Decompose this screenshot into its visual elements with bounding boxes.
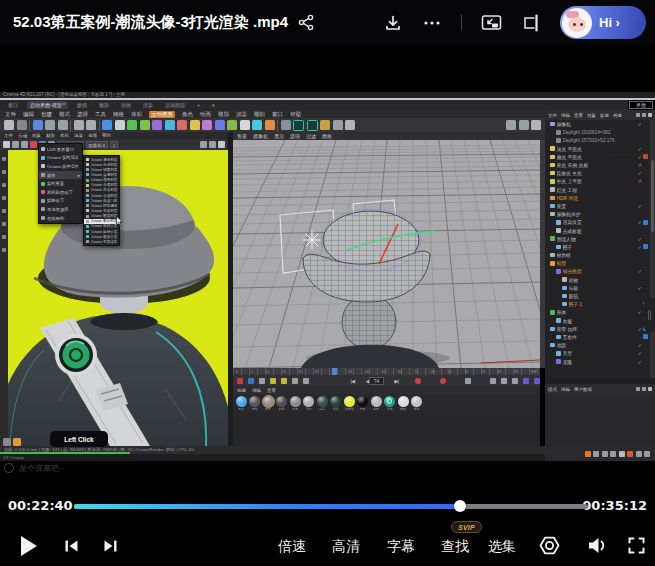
render-tool-icon[interactable] <box>209 141 216 148</box>
octane-menu-item[interactable]: 在线帮助 <box>39 214 82 223</box>
object-tag[interactable] <box>643 203 648 208</box>
om-icon[interactable] <box>648 113 652 117</box>
om-icon[interactable] <box>642 113 646 117</box>
object-row[interactable]: 模型 <box>545 259 650 267</box>
tool-icon[interactable] <box>293 120 304 131</box>
download-icon[interactable] <box>383 13 403 33</box>
object-tag[interactable] <box>643 187 648 192</box>
transport-glyph[interactable]: ▶| <box>394 378 398 384</box>
object-row[interactable]: 天空 ✓ <box>545 349 650 357</box>
object-tag[interactable] <box>643 269 648 274</box>
tool-icon[interactable] <box>99 120 100 131</box>
tool-icon[interactable] <box>115 120 125 130</box>
menu-item[interactable]: 编辑 <box>23 111 34 118</box>
object-tag[interactable] <box>643 220 648 225</box>
render-tool-icon[interactable] <box>12 141 19 148</box>
object-tag[interactable] <box>643 138 648 143</box>
strip-icon[interactable] <box>2 183 6 187</box>
object-tag[interactable] <box>643 261 648 266</box>
transport-icon[interactable] <box>328 378 334 384</box>
tool-icon[interactable] <box>86 120 96 130</box>
menu-item[interactable]: 角色 <box>182 111 193 118</box>
side-tab-handle[interactable] <box>643 298 655 332</box>
material-swatch[interactable]: 灰色 <box>289 396 301 413</box>
tool-icon[interactable] <box>345 120 355 130</box>
layout-tab[interactable]: 窗口 <box>5 101 21 109</box>
more-options-icon[interactable] <box>422 13 442 33</box>
object-row[interactable]: Daylight 1930624×982 <box>545 128 650 136</box>
tool-icon[interactable] <box>70 120 71 131</box>
octane-menu-item[interactable]: LDR 查看窗口 <box>39 145 82 154</box>
quality-button[interactable]: 高清 <box>332 538 360 556</box>
visibility-toggle[interactable]: ✓ <box>638 285 642 291</box>
transport-icon[interactable] <box>248 378 254 384</box>
visibility-toggle[interactable]: ✓ <box>638 203 642 209</box>
tool-icon[interactable] <box>227 120 237 130</box>
viewport-menu-item[interactable]: 查看 <box>237 133 247 139</box>
material-swatch[interactable]: 浅灰 <box>303 396 315 413</box>
seek-handle[interactable] <box>454 500 466 512</box>
transport-icon[interactable] <box>465 378 471 384</box>
tool-icon[interactable] <box>4 120 14 130</box>
material-swatch[interactable]: 衣服 <box>276 396 288 413</box>
om-menu-item[interactable]: 编辑 <box>561 113 570 118</box>
am-menu-item[interactable]: 编辑 <box>561 387 570 392</box>
visibility-toggle[interactable]: ✓ <box>638 268 642 274</box>
fullscreen-icon[interactable] <box>627 536 646 555</box>
layout-tab[interactable]: + <box>194 101 203 109</box>
tool-icon[interactable] <box>33 120 43 130</box>
layout-tab[interactable]: 建模 <box>74 101 90 109</box>
visibility-toggle[interactable]: ✓ <box>638 244 642 250</box>
om-menu-item[interactable]: 标签 <box>600 113 609 118</box>
previous-episode-button[interactable] <box>63 538 80 554</box>
visibility-toggle[interactable]: ✓ <box>638 342 642 348</box>
transport-icon[interactable] <box>440 378 446 384</box>
am-icon[interactable] <box>648 387 652 391</box>
viewport-menu-item[interactable]: 选项 <box>290 133 300 139</box>
object-tag[interactable] <box>643 334 648 339</box>
object-row[interactable]: 摄像机 ✓ <box>545 120 650 128</box>
menu-item[interactable]: 选择 <box>77 111 88 118</box>
object-row[interactable]: 渲染设置 ✓ <box>545 218 650 226</box>
render-view-menu-item[interactable]: 云端 <box>18 133 27 138</box>
object-row[interactable]: 背带 扣环 ✓ <box>545 325 650 333</box>
tool-icon[interactable] <box>202 120 212 130</box>
tool-icon[interactable] <box>506 120 516 130</box>
tool-icon[interactable] <box>333 120 343 130</box>
visibility-toggle[interactable]: ✓ <box>638 359 642 365</box>
coordinate-icon[interactable] <box>619 451 625 457</box>
octane-menu-item[interactable]: 烘焙设置 <box>39 197 82 206</box>
tool-icon[interactable] <box>190 120 200 130</box>
tool-icon[interactable] <box>307 120 318 131</box>
next-episode-button[interactable] <box>102 538 119 554</box>
render-tool-icon[interactable] <box>3 141 10 148</box>
object-row[interactable]: 地面 ✓ <box>545 341 650 349</box>
tool-icon[interactable] <box>240 120 250 130</box>
object-row[interactable]: 克隆 ✓ <box>545 357 650 365</box>
am-menu-item[interactable]: 模式 <box>548 387 557 392</box>
transport-icon[interactable] <box>281 378 287 384</box>
account-pill[interactable]: Hi › <box>560 6 646 39</box>
material-swatch[interactable]: 地面 <box>397 396 409 413</box>
material-swatch[interactable]: 天空 <box>235 396 247 413</box>
material-swatch[interactable]: 墨绿 <box>316 396 328 413</box>
object-row[interactable]: 背光 实例·光板 ✗ <box>545 161 650 169</box>
object-row[interactable]: 眼镜 <box>545 292 650 300</box>
material-swatch[interactable]: 描边 <box>411 396 423 413</box>
tool-icon[interactable] <box>152 120 162 130</box>
render-view-menu-item[interactable]: 相机 <box>60 133 69 138</box>
episodes-button[interactable]: 选集 <box>488 538 516 556</box>
menu-item[interactable]: 文件 <box>5 111 16 118</box>
render-tool-icon[interactable] <box>200 141 207 148</box>
strip-icon[interactable] <box>2 196 6 200</box>
object-row[interactable]: 材质组 <box>545 251 650 259</box>
visibility-toggle[interactable]: ✓ <box>638 309 642 315</box>
timeline-ruler[interactable]: 051015202530354045505560657075808590F <box>233 368 540 375</box>
om-menu-item[interactable]: 查看 <box>574 113 583 118</box>
coordinate-icon[interactable] <box>610 451 616 457</box>
transport-icon[interactable] <box>501 378 507 384</box>
menu-item[interactable]: 模拟 <box>218 111 229 118</box>
pass-number-field[interactable]: 1 <box>110 141 118 149</box>
object-row[interactable]: 头部 ✓ <box>545 284 650 292</box>
material-swatch[interactable]: 深绿 <box>330 396 342 413</box>
